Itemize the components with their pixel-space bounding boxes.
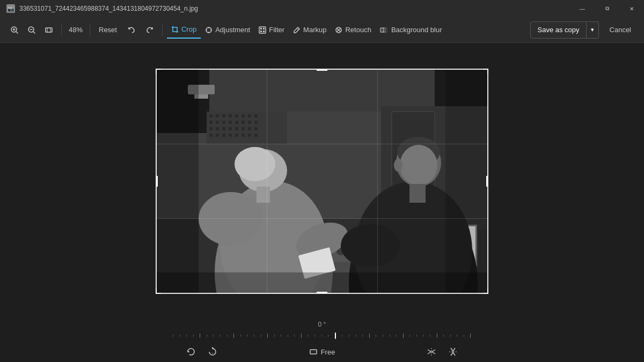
svg-rect-35 <box>209 114 213 117</box>
app-icon: 📷 <box>6 4 15 13</box>
rotation-slider[interactable] <box>172 330 472 341</box>
dropdown-arrow-icon: ▾ <box>591 26 594 33</box>
zoom-controls <box>6 21 57 39</box>
window-controls: — ⧉ ✕ <box>570 0 644 17</box>
image-area <box>0 43 644 319</box>
background-blur-icon <box>380 26 389 34</box>
svg-rect-42 <box>254 114 258 117</box>
svg-rect-64 <box>241 134 245 137</box>
reset-button[interactable]: Reset <box>94 21 121 39</box>
svg-text:+: + <box>212 351 214 354</box>
svg-point-92 <box>199 192 263 246</box>
redo-button[interactable] <box>142 21 158 39</box>
zoom-in-button[interactable] <box>6 21 23 39</box>
adjustment-icon <box>205 26 213 34</box>
svg-point-103 <box>400 145 437 186</box>
tab-markup[interactable]: Markup <box>289 21 331 39</box>
titlebar: 📷 336531071_724423465988374_143413180497… <box>0 0 644 17</box>
svg-rect-56 <box>241 127 245 130</box>
svg-rect-62 <box>229 134 232 137</box>
rotation-display: 0 ° <box>318 321 326 328</box>
svg-rect-57 <box>248 127 251 130</box>
free-aspect-button[interactable]: Free <box>309 348 335 356</box>
bottom-action-row: + Free <box>172 343 472 360</box>
svg-rect-40 <box>241 114 245 117</box>
markup-icon <box>293 26 301 34</box>
svg-rect-48 <box>241 121 245 124</box>
svg-rect-16 <box>260 28 262 29</box>
svg-rect-7 <box>46 28 52 32</box>
svg-rect-38 <box>229 114 232 117</box>
tab-background-blur[interactable]: Background blur <box>376 21 447 39</box>
flip-vertical-button[interactable] <box>444 343 462 360</box>
svg-rect-60 <box>216 134 219 137</box>
photo-wrapper[interactable] <box>156 69 488 294</box>
auto-rotate-icon: + <box>208 347 217 357</box>
save-dropdown-button[interactable]: ▾ <box>587 21 599 39</box>
undo-icon <box>128 26 135 34</box>
svg-rect-49 <box>248 121 251 124</box>
restore-button[interactable]: ⧉ <box>595 0 619 17</box>
svg-rect-108 <box>156 272 488 294</box>
auto-rotate-button[interactable]: + <box>204 343 221 360</box>
titlebar-title: 336531071_724423465988374_14341318049727… <box>19 5 638 12</box>
svg-point-100 <box>341 224 400 267</box>
fit-to-window-button[interactable] <box>41 21 57 39</box>
svg-rect-61 <box>222 134 225 137</box>
svg-line-5 <box>33 31 35 33</box>
photo-background <box>156 69 488 294</box>
svg-point-95 <box>235 147 275 181</box>
flip-horizontal-button[interactable] <box>423 343 440 360</box>
tool-tabs: Crop Adjustment Filter <box>167 21 447 39</box>
tab-adjustment[interactable]: Adjustment <box>201 21 254 39</box>
svg-rect-39 <box>235 114 238 117</box>
svg-line-1 <box>16 31 18 33</box>
save-as-copy-button[interactable]: Save as copy <box>530 21 586 39</box>
svg-rect-19 <box>263 31 265 32</box>
svg-rect-47 <box>235 121 238 124</box>
svg-rect-96 <box>257 187 270 203</box>
svg-rect-107 <box>445 69 488 294</box>
rotation-buttons: + <box>182 343 221 360</box>
zoom-out-button[interactable] <box>24 21 40 39</box>
svg-rect-37 <box>222 114 225 117</box>
svg-rect-50 <box>254 121 258 124</box>
svg-point-104 <box>394 159 402 172</box>
cancel-button[interactable]: Cancel <box>603 21 638 39</box>
svg-rect-53 <box>222 127 225 130</box>
svg-rect-41 <box>248 114 251 117</box>
filter-icon <box>259 26 266 34</box>
retouch-icon <box>335 26 342 34</box>
main-area: 0 ° <box>0 43 644 362</box>
minimize-button[interactable]: — <box>570 0 595 17</box>
bottom-controls: 0 ° <box>0 319 644 362</box>
photo-svg <box>156 69 488 294</box>
separator-3 <box>162 24 163 36</box>
save-copy-group: Save as copy ▾ <box>530 21 598 39</box>
separator-1 <box>61 24 62 36</box>
svg-rect-51 <box>209 127 213 130</box>
svg-rect-63 <box>235 134 238 137</box>
undo-button[interactable] <box>123 21 140 39</box>
tab-crop[interactable]: Crop <box>167 21 201 39</box>
zoom-percentage: 48% <box>66 26 85 34</box>
svg-rect-59 <box>209 134 213 137</box>
svg-rect-66 <box>254 134 258 137</box>
svg-rect-65 <box>248 134 251 137</box>
redo-icon <box>146 26 153 34</box>
svg-rect-58 <box>254 127 258 130</box>
flip-horizontal-icon <box>427 347 436 357</box>
free-label-text: Free <box>321 348 335 356</box>
tab-filter[interactable]: Filter <box>254 21 289 39</box>
close-button[interactable]: ✕ <box>619 0 644 17</box>
svg-rect-36 <box>216 114 219 117</box>
tab-retouch[interactable]: Retouch <box>331 21 375 39</box>
toolbar-right: Save as copy ▾ Cancel <box>530 21 638 39</box>
flip-buttons <box>423 343 462 360</box>
reset-rotation-icon <box>186 347 196 357</box>
separator-2 <box>90 24 90 36</box>
reset-rotation-button[interactable] <box>182 343 200 360</box>
svg-rect-44 <box>216 121 219 124</box>
svg-rect-43 <box>209 121 213 124</box>
svg-rect-46 <box>229 121 232 124</box>
